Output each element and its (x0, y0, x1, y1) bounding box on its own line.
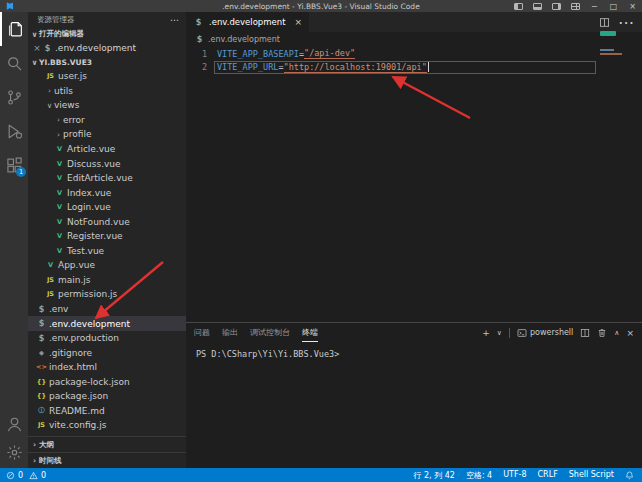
tree-item-label: permission.js (58, 289, 117, 299)
open-editor-label: .env.development (55, 43, 136, 53)
tree-item-App.vue[interactable]: VApp.vue (28, 258, 186, 273)
status-item-4[interactable]: Shell Script (569, 470, 614, 481)
tree-item-NotFound.vue[interactable]: VNotFound.vue (28, 214, 186, 229)
chevron-down-icon[interactable]: ∨ (497, 329, 502, 337)
project-name: YI.BBS.VUE3 (39, 58, 92, 67)
tree-item-error[interactable]: ›error (28, 113, 186, 128)
activity-bar-top: 1 (0, 12, 28, 410)
tree-item-Article.vue[interactable]: VArticle.vue (28, 142, 186, 157)
tree-item-index.html[interactable]: <>index.html (28, 360, 186, 375)
panel-tab-终端[interactable]: 终端 (302, 323, 318, 342)
maximize-button[interactable]: □ (604, 0, 623, 12)
tree-item-user.js[interactable]: JSuser.js (28, 69, 186, 84)
terminal-content[interactable]: PS D:\CSharp\Yi\Yi.BBS.Vue3> (186, 342, 642, 468)
tree-item-Login.vue[interactable]: VLogin.vue (28, 200, 186, 215)
tree-item-Index.vue[interactable]: VIndex.vue (28, 185, 186, 200)
code-line-1[interactable]: 1VITE_APP_BASEAPI="/api-dev" (186, 47, 642, 61)
chevron-right-icon: › (54, 130, 63, 139)
tree-item-.env[interactable]: $.env (28, 302, 186, 317)
status-item-0[interactable]: 行 2, 列 42 (413, 470, 454, 481)
problems-status[interactable]: 0 0 (6, 471, 46, 480)
editor-region: $ .env.development × ⋯ $ .env.developmen… (186, 12, 642, 468)
tree-item-profile[interactable]: ›profile (28, 127, 186, 142)
tree-item-package.json[interactable]: {}package.json (28, 389, 186, 404)
status-item-3[interactable]: CRLF (538, 470, 558, 481)
customize-layout-icon[interactable] (566, 0, 585, 12)
tree-item-vite.config.js[interactable]: JSvite.config.js (28, 418, 186, 433)
split-editor-icon[interactable] (599, 13, 610, 32)
code-line-2[interactable]: 2VITE_APP_URL="http://localhost:19001/ap… (186, 61, 642, 75)
close-tab-icon[interactable]: × (294, 17, 302, 27)
activity-accounts[interactable] (0, 410, 28, 438)
open-editors-header[interactable]: ∨ 打开的编辑器 (28, 27, 186, 41)
toggle-secondary-sidebar-icon[interactable] (547, 0, 566, 12)
activity-run-debug[interactable] (0, 114, 28, 148)
tree-item-permission.js[interactable]: JSpermission.js (28, 287, 186, 302)
more-actions-icon[interactable]: ⋯ (618, 13, 634, 32)
tab-env-development[interactable]: $ .env.development × (186, 12, 309, 32)
tree-item-.env.production[interactable]: $.env.production (28, 331, 186, 346)
tree-item-views[interactable]: ∨views (28, 98, 186, 113)
file-tree: JSuser.js›utils∨views›error›profileVArti… (28, 69, 186, 436)
outline-section[interactable]: › 大纲 (28, 436, 186, 452)
shell-label: powershell (530, 328, 573, 337)
tree-item-package-lock.json[interactable]: {}package-lock.json (28, 374, 186, 389)
panel-tab-调试控制台[interactable]: 调试控制台 (250, 323, 290, 342)
tree-item-label: EditArticle.vue (67, 173, 133, 183)
extensions-badge: 1 (16, 167, 26, 177)
tree-item-Discuss.vue[interactable]: VDiscuss.vue (28, 156, 186, 171)
code-area[interactable]: 1VITE_APP_BASEAPI="/api-dev"2VITE_APP_UR… (186, 46, 642, 322)
title-bar: .env.development - Yi.BBS.Vue3 - Visual … (0, 0, 642, 12)
panel-tab-输出[interactable]: 输出 (222, 323, 238, 342)
tree-item-label: .gitignore (49, 348, 92, 358)
activity-source-control[interactable] (0, 80, 28, 114)
panel-tab-问题[interactable]: 问题 (194, 323, 210, 342)
close-panel-icon[interactable]: × (626, 328, 634, 338)
tree-item-EditArticle.vue[interactable]: VEditArticle.vue (28, 171, 186, 186)
more-actions-icon[interactable]: ⋯ (170, 15, 179, 25)
vue-file-icon: V (54, 160, 65, 168)
tree-item-label: vite.config.js (49, 420, 106, 430)
chevron-down-icon: ∨ (45, 101, 54, 110)
split-terminal-icon[interactable] (580, 328, 590, 338)
minimap[interactable] (598, 46, 642, 322)
vscode-window: .env.development - Yi.BBS.Vue3 - Visual … (0, 0, 642, 482)
env-file-icon: $ (36, 319, 47, 328)
tree-item-utils[interactable]: ›utils (28, 84, 186, 99)
tree-item-.env.development[interactable]: $.env.development (28, 316, 186, 331)
warning-count: 0 (41, 471, 46, 480)
activity-extensions[interactable]: 1 (0, 148, 28, 182)
new-terminal-icon[interactable]: + (482, 328, 490, 338)
shell-selector[interactable]: powershell (517, 328, 573, 338)
status-item-1[interactable]: 空格: 4 (466, 470, 492, 481)
close-icon[interactable]: × (32, 43, 42, 53)
timeline-section[interactable]: › 时间线 (28, 452, 186, 468)
status-item-2[interactable]: UTF-8 (503, 470, 526, 481)
activity-explorer[interactable] (0, 12, 28, 46)
close-button[interactable]: × (623, 0, 642, 12)
notifications-bell-icon[interactable] (625, 471, 634, 480)
activity-bar-bottom (0, 410, 28, 468)
toggle-sidebar-icon[interactable] (509, 0, 528, 12)
error-icon (6, 471, 15, 480)
warning-icon (29, 471, 38, 480)
breadcrumb[interactable]: $ .env.development (186, 32, 642, 46)
token-string: "/api-dev" (304, 48, 355, 59)
vue-file-icon: V (54, 218, 65, 226)
open-editor-item[interactable]: × $ .env.development (28, 41, 186, 55)
minimize-button[interactable]: ─ (585, 0, 604, 12)
maximize-panel-icon[interactable]: ∧ (614, 329, 619, 337)
tree-item-.gitignore[interactable]: ◆.gitignore (28, 345, 186, 360)
tree-item-Test.vue[interactable]: VTest.vue (28, 244, 186, 259)
project-section-header[interactable]: ∨ YI.BBS.VUE3 (28, 55, 186, 69)
tree-item-main.js[interactable]: JSmain.js (28, 273, 186, 288)
kill-terminal-icon[interactable] (597, 328, 607, 338)
chevron-right-icon: › (45, 86, 54, 95)
toggle-panel-icon[interactable] (528, 0, 547, 12)
line-number: 1 (186, 49, 207, 59)
tree-item-README.md[interactable]: ⓘREADME.md (28, 404, 186, 419)
activity-settings[interactable] (0, 438, 28, 466)
activity-search[interactable] (0, 46, 28, 80)
panel-tabs: 问题输出调试控制台终端 (194, 323, 318, 342)
tree-item-Register.vue[interactable]: VRegister.vue (28, 229, 186, 244)
